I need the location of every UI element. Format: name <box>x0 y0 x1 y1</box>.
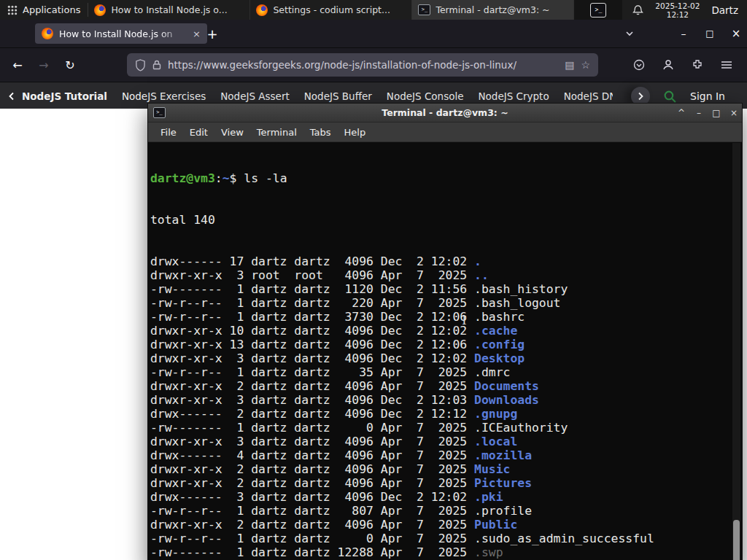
terminal-window-controls: ^ – □ × <box>675 104 740 122</box>
browser-maximize-button[interactable]: □ <box>699 23 721 44</box>
gfg-nav-link[interactable]: NodeJS Console <box>387 90 464 102</box>
listing-meta: drwxr-xr-x 2 dartz dartz 4096 Apr 7 2025 <box>150 518 474 532</box>
listing-name: .pki <box>474 490 503 504</box>
terminal-maximize-button[interactable]: □ <box>710 106 723 120</box>
tray-terminal-icon[interactable] <box>590 3 606 18</box>
gfg-nav-link[interactable]: NodeJS Tutorial <box>22 90 107 102</box>
url-text[interactable]: https://www.geeksforgeeks.org/node-js/in… <box>168 59 558 71</box>
terminal-menu-view[interactable]: View <box>214 125 250 139</box>
reload-button[interactable]: ↻ <box>58 53 82 77</box>
tab-title: How to Install Node.js on <box>59 28 187 39</box>
terminal-line: -rw-r--r-- 1 dartz dartz 35 Apr 7 2025 .… <box>150 365 742 379</box>
gfg-nav-links: NodeJS TutorialNodeJS ExercisesNodeJS As… <box>22 90 613 102</box>
terminal-output[interactable]: dartz@vm3:~$ ls -la total 140 drwx------… <box>148 142 742 560</box>
browser-tab-bar: How to Install Node.js on × + – □ × <box>0 20 747 48</box>
applications-menu-button[interactable]: Applications <box>0 0 88 20</box>
terminal-line: drwxr-xr-x 3 dartz dartz 4096 Apr 7 2025… <box>150 435 742 448</box>
taskbar-window-button[interactable]: How to Install Node.js o... <box>88 0 250 20</box>
listing-meta: drwxr-xr-x 2 dartz dartz 4096 Apr 7 2025 <box>150 462 474 476</box>
terminal-close-button[interactable]: × <box>727 106 740 120</box>
menu-button[interactable] <box>715 53 738 77</box>
listing-name: .ICEauthority <box>474 421 568 435</box>
terminal-line: drwxr-xr-x 3 root root 4096 Apr 7 2025 .… <box>150 268 742 282</box>
account-icon[interactable] <box>657 53 680 77</box>
listing-meta: drwxr-xr-x 3 dartz dartz 4096 Dec 2 12:0… <box>150 351 474 365</box>
terminal-menu-terminal[interactable]: Terminal <box>250 125 303 139</box>
user-menu[interactable]: Dartz <box>711 4 741 16</box>
taskbar-window-title: How to Install Node.js o... <box>111 4 227 15</box>
terminal-scrollbar-thumb[interactable] <box>733 520 740 560</box>
terminal-line: drwxr-xr-x 2 dartz dartz 4096 Apr 7 2025… <box>150 518 742 532</box>
terminal-line: drwx------ 17 dartz dartz 4096 Dec 2 12:… <box>150 254 742 268</box>
terminal-line: drwx------ 2 dartz dartz 4096 Dec 2 12:1… <box>150 407 742 421</box>
search-icon[interactable] <box>663 90 677 104</box>
listing-name: Music <box>474 462 510 476</box>
listing-name: .gnupg <box>474 407 517 421</box>
terminal-title-bar[interactable]: Terminal - dartz@vm3: ~ ^ – □ × <box>148 104 742 122</box>
browser-toolbar: ← → ↻ https://www.geeksforgeeks.org/node… <box>0 48 747 82</box>
gfg-nav-link[interactable]: NodeJS Crypto <box>479 90 549 102</box>
forward-button[interactable]: → <box>32 53 55 77</box>
firefox-icon <box>94 4 106 16</box>
terminal-line: drwxr-xr-x 10 dartz dartz 4096 Dec 2 12:… <box>150 324 742 338</box>
back-button[interactable]: ← <box>6 53 29 77</box>
listing-meta: -rw------- 1 dartz dartz 0 Apr 7 2025 <box>150 421 474 435</box>
url-bar[interactable]: https://www.geeksforgeeks.org/node-js/in… <box>127 53 598 77</box>
gfg-nav-link[interactable]: NodeJS Exercises <box>122 90 206 102</box>
listing-name: . <box>474 254 481 268</box>
text-cursor-icon <box>462 313 467 327</box>
listing-name: Pictures <box>474 476 532 490</box>
taskbar-window-button[interactable]: Settings - codium script... <box>250 0 412 20</box>
listing-meta: -rw------- 1 dartz dartz 1120 Dec 2 11:5… <box>150 282 474 296</box>
listing-meta: drwxr-xr-x 13 dartz dartz 4096 Dec 2 12:… <box>150 338 474 351</box>
browser-tab[interactable]: How to Install Node.js on × <box>35 23 207 44</box>
taskbar-window-title: Settings - codium script... <box>273 4 390 15</box>
terminal-minimize-button[interactable]: – <box>692 106 705 120</box>
sign-in-button[interactable]: Sign In <box>690 90 725 102</box>
listing-meta: -rw-r--r-- 1 dartz dartz 35 Apr 7 2025 <box>150 365 474 379</box>
listing-meta: drwxr-xr-x 3 root root 4096 Apr 7 2025 <box>150 268 474 282</box>
clock-date: 2025-12-02 <box>655 1 700 10</box>
tracking-shield-icon[interactable] <box>135 59 146 71</box>
browser-minimize-button[interactable]: – <box>673 23 694 44</box>
terminal-line: drwxr-xr-x 2 dartz dartz 4096 Apr 7 2025… <box>150 462 742 476</box>
terminal-line: -rw-r--r-- 1 dartz dartz 3730 Dec 2 12:0… <box>150 310 742 324</box>
gfg-nav-link[interactable]: NodeJS Assert <box>220 90 290 102</box>
applications-label: Applications <box>23 4 80 15</box>
terminal-line: -rw-r--r-- 1 dartz dartz 807 Apr 7 2025 … <box>150 504 742 518</box>
terminal-menu-tabs[interactable]: Tabs <box>303 125 338 139</box>
pocket-icon[interactable] <box>627 53 651 77</box>
nav-scroll-left-icon[interactable] <box>7 91 16 101</box>
listing-name: .swp <box>474 545 503 559</box>
terminal-menu-edit[interactable]: Edit <box>183 125 214 139</box>
notifications-bell-icon[interactable] <box>632 4 643 16</box>
terminal-menu-help[interactable]: Help <box>338 125 373 139</box>
clock[interactable]: 2025-12-02 12:12 <box>655 1 700 19</box>
terminal-shade-button[interactable]: ^ <box>675 106 688 120</box>
new-tab-button[interactable]: + <box>203 24 222 43</box>
listing-name: .mozilla <box>474 448 532 462</box>
listing-meta: drwxr-xr-x 3 dartz dartz 4096 Apr 7 2025 <box>150 435 474 448</box>
tab-close-icon[interactable]: × <box>193 28 201 39</box>
terminal-menu-file[interactable]: File <box>154 125 183 139</box>
listing-name: .local <box>474 435 517 448</box>
taskbar-window-buttons: How to Install Node.js o...Settings - co… <box>88 0 574 20</box>
taskbar-window-button[interactable]: Terminal - dartz@vm3: ~ <box>412 0 574 20</box>
listing-meta: drwxr-xr-x 2 dartz dartz 4096 Apr 7 2025 <box>150 476 474 490</box>
listing-meta: drwx------ 4 dartz dartz 4096 Apr 7 2025 <box>150 448 474 462</box>
lock-icon[interactable] <box>152 60 161 70</box>
terminal-scrollbar[interactable] <box>732 143 740 560</box>
list-tabs-chevron-icon[interactable] <box>620 25 639 42</box>
reader-mode-icon[interactable]: ▤ <box>565 59 574 71</box>
prompt-dollar: $ <box>230 171 244 185</box>
toolbar-right-icons <box>627 53 741 77</box>
gfg-nav-link[interactable]: NodeJS Buffer <box>304 90 372 102</box>
extensions-icon[interactable] <box>686 53 709 77</box>
terminal-title: Terminal - dartz@vm3: ~ <box>148 107 742 118</box>
gfg-nav-link[interactable]: NodeJS DNS <box>564 90 613 102</box>
browser-close-button[interactable]: × <box>725 23 747 44</box>
terminal-line: drwxr-xr-x 2 dartz dartz 4096 Apr 7 2025… <box>150 379 742 393</box>
terminal-line: drwx------ 3 dartz dartz 4096 Dec 2 12:0… <box>150 490 742 504</box>
taskbar-window-title: Terminal - dartz@vm3: ~ <box>436 4 549 15</box>
bookmark-star-icon[interactable]: ☆ <box>581 59 590 71</box>
